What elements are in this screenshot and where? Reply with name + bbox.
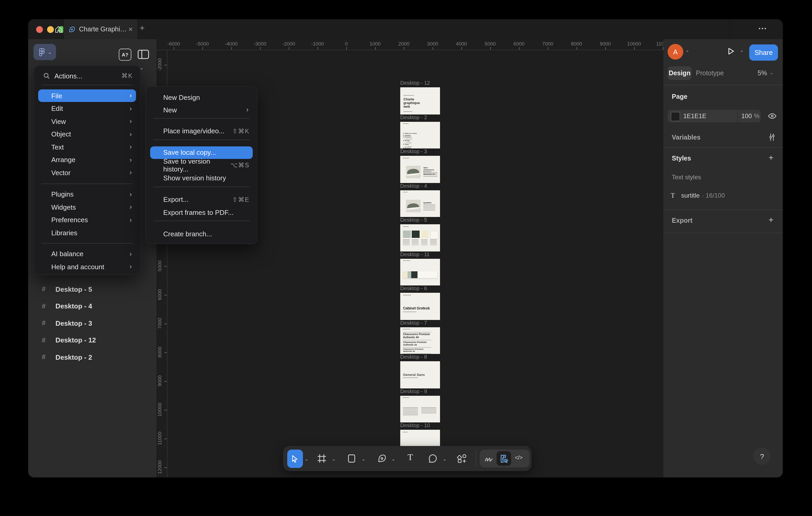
account-chevron-icon[interactable]: ⌄: [686, 48, 689, 53]
main-menu-button[interactable]: ⌄: [33, 44, 56, 60]
frame-label[interactable]: Desktop - 6: [400, 285, 427, 291]
frame-label[interactable]: Desktop - 3: [400, 149, 427, 154]
comment-tool-chevron-icon[interactable]: ⌄: [443, 456, 446, 462]
frame-thumbnail-desktop-5[interactable]: [400, 224, 440, 251]
menu-item-arrange[interactable]: Arrange›: [38, 153, 136, 166]
zoom-chevron-icon[interactable]: ⌄: [770, 70, 774, 75]
menu-item-libraries[interactable]: Libraries: [38, 226, 136, 239]
frame-thumbnail-desktop-2[interactable]: 1. Objet au service 2. Qualités 3. Coule…: [400, 122, 440, 149]
pen-tool-chevron-icon[interactable]: ⌄: [392, 456, 395, 462]
toggle-sidebar-icon[interactable]: [137, 49, 150, 60]
page-color-opacity[interactable]: 100: [742, 113, 752, 120]
screen: Charte Graphique 25-26 | Vans ✕ + ••• ⌄ …: [0, 0, 812, 516]
layer-row-desktop-12[interactable]: # Desktop - 12: [34, 333, 150, 347]
frame-label[interactable]: Desktop - 12: [400, 80, 430, 86]
frame-title: Charte graphique web: [403, 97, 427, 108]
frame-label[interactable]: Desktop - 9: [400, 388, 427, 394]
file-tab[interactable]: Charte Graphique 25-26 | Vans ✕: [64, 19, 138, 39]
frame-label[interactable]: Desktop - 5: [400, 217, 427, 223]
minimize-window-button[interactable]: [47, 26, 54, 33]
tab-prototype[interactable]: Prototype: [696, 69, 724, 77]
submenu-item-new[interactable]: New›: [150, 103, 253, 116]
frame-label[interactable]: Desktop - 7: [400, 320, 427, 326]
menu-item-ai-balance[interactable]: AI balance›: [38, 247, 136, 260]
present-play-icon[interactable]: [726, 46, 736, 57]
page-color-hex[interactable]: 1E1E1E: [683, 113, 706, 120]
frame-label[interactable]: Desktop - 4: [400, 183, 427, 188]
pen-tool-icon[interactable]: [376, 453, 387, 464]
menu-item-plugins[interactable]: Plugins›: [38, 188, 136, 201]
variables-adjust-icon[interactable]: [767, 133, 776, 142]
add-export-icon[interactable]: +: [768, 215, 774, 225]
menu-item-view[interactable]: View›: [38, 115, 136, 127]
frame-thumbnail-desktop-9[interactable]: [400, 395, 440, 422]
comment-tool-icon[interactable]: [428, 453, 438, 464]
frame-label[interactable]: Desktop - 8: [400, 354, 427, 360]
search-icon: [44, 73, 50, 79]
menu-item-help-and-account[interactable]: Help and account›: [38, 260, 136, 273]
frame-thumbnail-desktop-6[interactable]: Cabinet Grotesk: [400, 293, 440, 320]
submenu-item-export[interactable]: Export...⇧⌘E: [150, 193, 253, 206]
close-window-button[interactable]: [36, 26, 42, 33]
tab-design[interactable]: Design: [668, 66, 692, 80]
frame-thumbnail-desktop-4[interactable]: Qualités: [400, 190, 440, 217]
page-color-row[interactable]: 1E1E1E 100 %: [668, 110, 761, 122]
menu-item-text[interactable]: Text›: [38, 141, 136, 153]
frame-thumbnail-desktop-7[interactable]: Chaussures Premium Authentic 44 Chaussur…: [400, 327, 440, 354]
frame-thumbnail-desktop-12[interactable]: Charte graphique web: [400, 87, 440, 114]
frame-label[interactable]: Desktop - 10: [400, 422, 430, 428]
frame-title: General Sans: [403, 372, 425, 376]
frame-thumbnail-desktop-8[interactable]: General Sans: [400, 361, 440, 388]
submenu-item-new-design[interactable]: New Design: [150, 91, 253, 103]
text-tool-icon[interactable]: T: [408, 452, 413, 463]
actions-apps-icon[interactable]: [457, 453, 467, 464]
menu-item-object[interactable]: Object›: [38, 128, 136, 140]
shape-tool-chevron-icon[interactable]: ⌄: [361, 456, 366, 462]
menu-item-file[interactable]: File›: [38, 89, 136, 102]
submenu-item-save-to-version-history[interactable]: Save to version history...⌥⌘S: [150, 159, 253, 172]
inspect-mode-button[interactable]: [496, 451, 511, 466]
ruler-label: 6000: [157, 283, 163, 305]
rectangle-tool-icon[interactable]: [346, 453, 357, 464]
frame-thumbnail-desktop-11[interactable]: [400, 259, 440, 285]
frame-tool-chevron-icon[interactable]: ⌄: [332, 456, 336, 462]
page-color-swatch[interactable]: [671, 112, 680, 121]
menu-item-preferences[interactable]: Preferences›: [38, 214, 136, 226]
menu-item-edit[interactable]: Edit›: [38, 102, 136, 115]
menu-item-widgets[interactable]: Widgets›: [38, 201, 136, 213]
submenu-item-save-local-copy[interactable]: Save local copy...: [150, 146, 253, 159]
visibility-eye-icon[interactable]: [767, 111, 777, 121]
missing-fonts-icon[interactable]: A?: [119, 49, 131, 61]
submenu-item-export-frames-to-pdf[interactable]: Export frames to PDF...: [150, 206, 253, 218]
draw-mode-icon[interactable]: [484, 453, 494, 464]
frame-label[interactable]: Desktop - 11: [400, 251, 430, 257]
layer-row-desktop-4[interactable]: # Desktop - 4: [34, 299, 150, 313]
move-tool-button[interactable]: [287, 449, 303, 468]
zoom-level[interactable]: 5%: [758, 69, 767, 77]
frame-thumbnail-desktop-3[interactable]: Vans · Chaussures Premium Authentic 44: [400, 156, 440, 183]
close-tab-icon[interactable]: ✕: [128, 26, 133, 33]
frame-tool-icon[interactable]: [317, 453, 327, 464]
submenu-item-create-branch[interactable]: Create branch...: [150, 228, 253, 240]
layer-row-desktop-5[interactable]: # Desktop - 5: [34, 282, 150, 296]
text-style-row[interactable]: T surtitle · 16/100: [669, 190, 779, 201]
layer-row-desktop-3[interactable]: # Desktop - 3: [34, 316, 150, 330]
move-tool-chevron-icon[interactable]: ⌄: [304, 456, 309, 462]
share-button[interactable]: Share: [749, 44, 778, 61]
home-icon[interactable]: [54, 25, 63, 34]
color-swatch: [430, 231, 438, 239]
present-chevron-icon[interactable]: ⌄: [740, 48, 744, 53]
submenu-item-place-image-video[interactable]: Place image/video...⇧⌘K: [150, 125, 253, 137]
new-tab-button[interactable]: +: [140, 24, 145, 33]
menu-item-vector[interactable]: Vector›: [38, 166, 136, 179]
help-button[interactable]: ?: [753, 448, 771, 465]
submenu-item-show-version-history[interactable]: Show version history: [150, 172, 253, 184]
menu-search-row[interactable]: Actions... ⌘K: [38, 69, 136, 83]
window-more-button[interactable]: •••: [759, 26, 767, 31]
avatar[interactable]: A: [668, 44, 683, 60]
frame-label[interactable]: Desktop - 2: [400, 114, 427, 120]
add-style-icon[interactable]: +: [768, 153, 774, 162]
code-mode-icon[interactable]: </>: [515, 454, 522, 461]
layer-row-desktop-2[interactable]: # Desktop - 2: [34, 350, 150, 364]
ruler-label: 0: [345, 41, 348, 47]
